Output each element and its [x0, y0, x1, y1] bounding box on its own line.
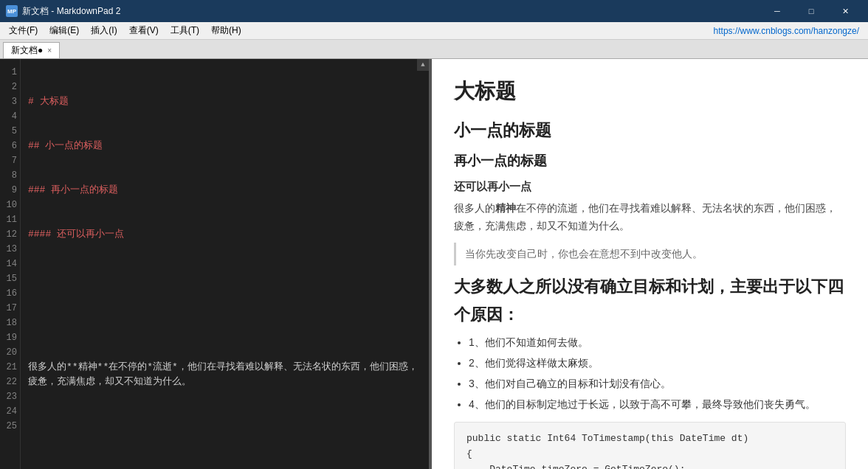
line-num: 3	[3, 94, 17, 109]
preview-blockquote: 当你先改变自己时，你也会在意想不到中改变他人。	[454, 243, 846, 266]
close-button[interactable]: ✕	[828, 0, 862, 22]
line-num: 18	[3, 316, 17, 330]
editor-line-4: #### 还可以再小一点	[28, 227, 423, 242]
line-num: 23	[3, 389, 17, 404]
editor-line-7: 很多人的**精神**在不停的*流逝*，他们在寻找着难以解释、无法名状的东西，他们…	[28, 360, 423, 389]
tabbar: 新文档● ×	[0, 40, 868, 59]
line-num: 5	[3, 124, 17, 139]
line-num: 17	[3, 301, 17, 316]
line-num: 11	[3, 212, 17, 227]
preview-h2-2-text: 大多数人之所以没有确立目标和计划，主要出于以下四个原因：	[454, 277, 844, 323]
line-num: 7	[3, 153, 17, 168]
titlebar: MP 新文档 - MarkdownPad 2 ─ □ ✕	[0, 0, 868, 22]
minimize-button[interactable]: ─	[760, 0, 794, 22]
maximize-button[interactable]: □	[794, 0, 828, 22]
preview-bold-text: 精神	[495, 202, 516, 214]
menu-file[interactable]: 文件(F)	[3, 23, 44, 38]
titlebar-controls: ─ □ ✕	[760, 0, 862, 22]
tab-close-button[interactable]: ×	[47, 46, 52, 55]
app-icon: MP	[6, 5, 18, 17]
preview-blockquote-text: 当你先改变自己时，你也会在意想不到中改变他人。	[465, 248, 703, 260]
line-num: 6	[3, 139, 17, 153]
menubar: 文件(F) 编辑(E) 插入(I) 查看(V) 工具(T) 帮助(H) http…	[0, 22, 868, 40]
line-num: 13	[3, 242, 17, 257]
tab-label: 新文档●	[11, 44, 43, 57]
list-item: 2、他们觉得这样做太麻烦。	[469, 355, 846, 372]
line-num: 21	[3, 360, 17, 375]
line-num: 2	[3, 80, 17, 94]
line-numbers: 1 2 3 4 5 6 7 8 9 10 11 12 13 14 15 16 1…	[0, 59, 21, 469]
line-num: 10	[3, 198, 17, 212]
line-num: 24	[3, 404, 17, 419]
preview-list: 1、他们不知道如何去做。 2、他们觉得这样做太麻烦。 3、他们对自己确立的目标和…	[469, 334, 846, 413]
line-num: 22	[3, 375, 17, 389]
editor-line-2: ## 小一点的标题	[28, 139, 423, 153]
line-num: 12	[3, 227, 17, 242]
menubar-left: 文件(F) 编辑(E) 插入(I) 查看(V) 工具(T) 帮助(H)	[3, 23, 247, 38]
menu-edit[interactable]: 编辑(E)	[44, 23, 85, 38]
preview-code-block: public static Int64 ToTimestamp(this Dat…	[454, 422, 846, 469]
editor-pane[interactable]: ▲ 1 2 3 4 5 6 7 8 9 10 11 12 13 14 15 16…	[0, 59, 432, 469]
editor-line-3: ### 再小一点的标题	[28, 183, 423, 198]
editor-content: 1 2 3 4 5 6 7 8 9 10 11 12 13 14 15 16 1…	[0, 59, 429, 469]
menu-view[interactable]: 查看(V)	[123, 23, 165, 38]
line-num: 4	[3, 109, 17, 124]
line-num: 15	[3, 271, 17, 286]
preview-h3: 再小一点的标题	[454, 150, 846, 173]
menu-insert[interactable]: 插入(I)	[85, 23, 123, 38]
line-num: 8	[3, 168, 17, 183]
preview-h2: 小一点的标题	[454, 117, 846, 144]
preview-pane: 大标题 小一点的标题 再小一点的标题 还可以再小一点 很多人的精神在不停的流逝，…	[432, 59, 868, 469]
line-num: 16	[3, 286, 17, 301]
preview-h1: 大标题	[454, 74, 846, 109]
editor-line-1: # 大标题	[28, 94, 423, 109]
editor-line-6	[28, 316, 423, 330]
line-num: 14	[3, 257, 17, 271]
tab-new-doc[interactable]: 新文档● ×	[3, 42, 60, 58]
menubar-url: https://www.cnblogs.com/hanzongze/	[714, 26, 865, 36]
app-icon-text: MP	[7, 8, 16, 15]
line-num: 25	[3, 419, 17, 434]
line-num: 19	[3, 330, 17, 345]
editor-line-9	[28, 463, 423, 469]
code-area[interactable]: # 大标题 ## 小一点的标题 ### 再小一点的标题 #### 还可以再小一点…	[21, 59, 429, 469]
list-item: 1、他们不知道如何去做。	[469, 334, 846, 352]
titlebar-title: 新文档 - MarkdownPad 2	[22, 5, 120, 18]
menu-tools[interactable]: 工具(T)	[165, 23, 205, 38]
list-item: 3、他们对自己确立的目标和计划没有信心。	[469, 375, 846, 393]
main-content: ▲ 1 2 3 4 5 6 7 8 9 10 11 12 13 14 15 16…	[0, 59, 868, 469]
preview-paragraph1: 很多人的精神在不停的流逝，他们在寻找着难以解释、无法名状的东西，他们困惑，疲惫，…	[454, 200, 846, 235]
line-num: 20	[3, 345, 17, 360]
line-num: 1	[3, 65, 17, 80]
scroll-indicator: ▲	[417, 59, 429, 71]
editor-line-8	[28, 419, 423, 434]
menu-help[interactable]: 帮助(H)	[205, 23, 247, 38]
preview-h4: 还可以再小一点	[454, 177, 846, 196]
list-item: 4、他们的目标制定地过于长远，以致于高不可攀，最终导致他们丧失勇气。	[469, 396, 846, 414]
titlebar-left: MP 新文档 - MarkdownPad 2	[6, 5, 120, 18]
line-num: 9	[3, 183, 17, 198]
editor-line-5	[28, 271, 423, 286]
preview-h2-2: 大多数人之所以没有确立目标和计划，主要出于以下四个原因：	[454, 273, 846, 328]
